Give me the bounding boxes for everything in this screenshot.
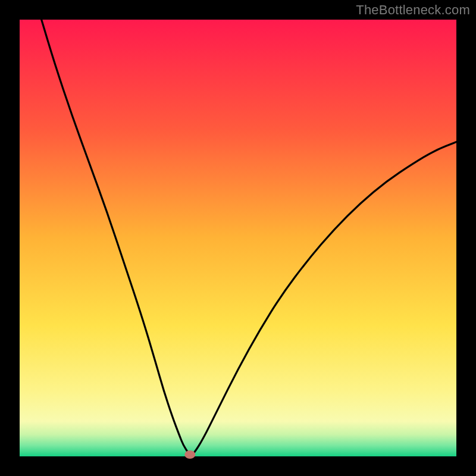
plot-background [20,20,456,456]
watermark-text: TheBottleneck.com [356,2,470,18]
minimum-marker [184,450,195,459]
chart-stage: TheBottleneck.com [0,0,476,476]
bottleneck-chart [0,0,476,476]
